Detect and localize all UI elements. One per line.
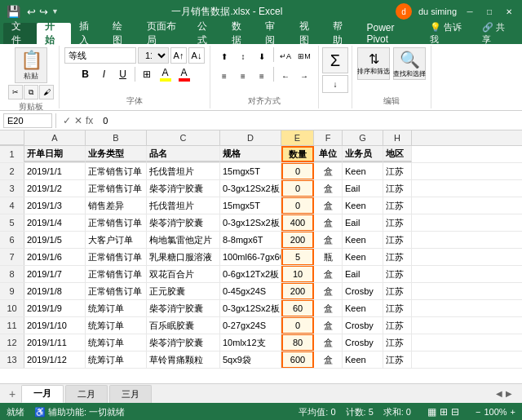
col-header-h[interactable]: H: [383, 130, 412, 145]
cell[interactable]: 100ml66-7gx60ml: [220, 249, 281, 265]
decrease-indent-btn[interactable]: ←: [276, 67, 294, 85]
cell[interactable]: 600: [281, 351, 314, 368]
formula-input[interactable]: [100, 113, 519, 128]
cell[interactable]: 大客户订单: [86, 232, 147, 248]
cell[interactable]: 正元胶囊: [147, 283, 220, 299]
cell[interactable]: 60: [281, 300, 314, 316]
cell[interactable]: 托伐普坦片: [147, 163, 220, 179]
cell[interactable]: 2019/1/5: [24, 232, 86, 248]
cell[interactable]: 0-6gx12Tx2板: [220, 266, 281, 282]
cell[interactable]: Keen: [343, 197, 383, 214]
cell[interactable]: 正常销售订单: [86, 180, 147, 197]
cell[interactable]: 200: [281, 232, 314, 248]
col-header-e[interactable]: E: [281, 130, 314, 145]
cell[interactable]: 80: [281, 334, 314, 351]
cell[interactable]: 2019/1/6: [24, 249, 86, 265]
cell[interactable]: 江苏: [383, 249, 412, 265]
cell[interactable]: 江苏: [383, 317, 412, 334]
formula-function-icon[interactable]: fx: [86, 115, 93, 126]
cell[interactable]: 盒: [314, 214, 343, 231]
autosum-btn[interactable]: Σ: [322, 47, 348, 73]
cell[interactable]: Crosby: [343, 317, 383, 334]
cell[interactable]: 正常销售订单: [86, 163, 147, 179]
cell[interactable]: 双花百合片: [147, 266, 220, 282]
dropdown-arrow[interactable]: ▼: [51, 7, 59, 15]
cell[interactable]: 草铃胃痛颗粒: [147, 351, 220, 368]
cell[interactable]: 江苏: [383, 283, 412, 299]
cell[interactable]: 江苏: [383, 351, 412, 368]
cell[interactable]: 2019/1/9: [24, 300, 86, 316]
cell-b1[interactable]: 业务类型: [86, 146, 147, 162]
cell[interactable]: Keen: [343, 351, 383, 368]
cell[interactable]: 统筹订单: [86, 317, 147, 334]
align-bottom-btn[interactable]: ⬇: [253, 47, 271, 65]
bold-btn[interactable]: B: [77, 65, 95, 83]
layout-view-icon[interactable]: ⊞: [440, 406, 448, 418]
cell[interactable]: 正常销售订单: [86, 214, 147, 231]
font-color-btn[interactable]: A: [175, 65, 193, 83]
font-decrease-btn[interactable]: A↓: [188, 47, 205, 64]
cell[interactable]: 10: [281, 266, 314, 282]
cell[interactable]: 0-3gx12Sx2板: [220, 300, 281, 316]
cell-e1[interactable]: 数量: [281, 146, 314, 162]
tab-home[interactable]: 开始: [37, 23, 70, 44]
cell[interactable]: 百乐眠胶囊: [147, 317, 220, 334]
font-name-input[interactable]: [64, 47, 136, 64]
cell[interactable]: 15mgx5T: [220, 163, 281, 179]
cell[interactable]: 0: [281, 317, 314, 334]
col-header-d[interactable]: D: [220, 130, 281, 145]
cell[interactable]: 盒: [314, 334, 343, 351]
cell[interactable]: 0-27gx24S: [220, 317, 281, 334]
cell[interactable]: 0-3gx12Sx2板: [220, 214, 281, 231]
cell[interactable]: 正常销售订单: [86, 266, 147, 282]
paste-button[interactable]: 📋 粘贴: [15, 47, 47, 83]
cell[interactable]: Keen: [343, 232, 383, 248]
cell[interactable]: 江苏: [383, 266, 412, 282]
col-header-c[interactable]: C: [147, 130, 220, 145]
cell[interactable]: 枸地氯雷他定片: [147, 232, 220, 248]
scroll-right-icon[interactable]: ▶: [506, 389, 512, 398]
close-btn[interactable]: ✕: [502, 5, 515, 18]
cell[interactable]: 盒: [314, 300, 343, 316]
fill-color-btn[interactable]: A: [157, 65, 175, 83]
cell[interactable]: 托伐普坦片: [147, 197, 220, 214]
align-top-btn[interactable]: ⬆: [215, 47, 233, 65]
cell[interactable]: 江苏: [383, 197, 412, 214]
cell[interactable]: Keen: [343, 249, 383, 265]
align-left-btn[interactable]: ≡: [215, 67, 233, 85]
cell[interactable]: 柴苓消宁胶囊: [147, 180, 220, 197]
sheet-tab-jan[interactable]: 一月: [21, 385, 64, 403]
tab-data[interactable]: 数据: [223, 23, 257, 44]
col-header-b[interactable]: B: [86, 130, 147, 145]
maximize-btn[interactable]: □: [483, 5, 496, 18]
cell[interactable]: 8-8mgx6T: [220, 232, 281, 248]
cell[interactable]: 乳果糖口服溶液: [147, 249, 220, 265]
cell[interactable]: 盒: [314, 283, 343, 299]
sheet-tab-mar[interactable]: 三月: [109, 385, 152, 403]
cell[interactable]: Eail: [343, 180, 383, 197]
cell[interactable]: 2019/1/11: [24, 334, 86, 351]
wrap-text-btn[interactable]: ↵A: [276, 47, 294, 65]
tab-draw[interactable]: 绘图: [104, 23, 138, 44]
font-size-select[interactable]: 8910111214161820222428364872: [138, 47, 169, 64]
cell[interactable]: 2019/1/7: [24, 266, 86, 282]
cell[interactable]: 15mgx5T: [220, 197, 281, 214]
increase-indent-btn[interactable]: →: [295, 67, 313, 85]
tab-power-pivot[interactable]: Power Pivot: [358, 23, 421, 44]
cell[interactable]: 2019/1/10: [24, 317, 86, 334]
cell[interactable]: Crosby: [343, 334, 383, 351]
cell-h1[interactable]: 地区: [383, 146, 412, 162]
tab-file[interactable]: 文件: [3, 23, 37, 44]
cell[interactable]: 0: [281, 163, 314, 179]
zoom-out-icon[interactable]: −: [476, 407, 480, 417]
redo-icon[interactable]: ↪: [39, 6, 48, 18]
page-break-view-icon[interactable]: ⊟: [451, 406, 459, 418]
cell[interactable]: 5qx9袋: [220, 351, 281, 368]
cell[interactable]: 0: [281, 180, 314, 197]
add-sheet-btn[interactable]: +: [3, 385, 21, 403]
col-header-g[interactable]: G: [343, 130, 383, 145]
cell[interactable]: 0-45gx24S: [220, 283, 281, 299]
cell[interactable]: Crosby: [343, 283, 383, 299]
col-header-a[interactable]: A: [24, 130, 86, 145]
cell[interactable]: 2019/1/1: [24, 163, 86, 179]
